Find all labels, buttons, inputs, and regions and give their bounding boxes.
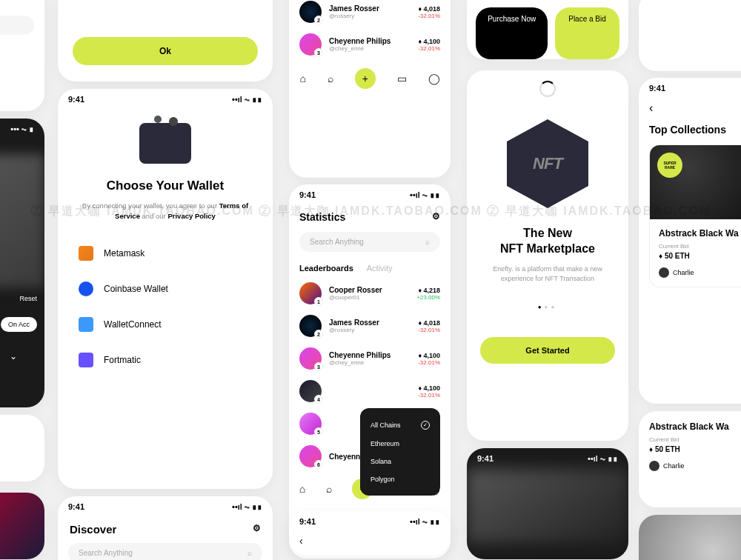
creator[interactable]: Charlie [649, 461, 685, 471]
onboarding-title: The NewNFT Marketplace [467, 226, 628, 257]
wallet-illustration [139, 123, 191, 164]
nft-price: ♦ 50 ETH [649, 445, 741, 453]
search-icon: ⌕ [425, 238, 430, 246]
avatar: 1 [299, 282, 322, 304]
collection-title: Collection [0, 0, 34, 7]
nft-card[interactable]: SUPERRARE Abstrack Black Wa Current Bid … [649, 144, 741, 287]
wallet-item-metamask[interactable]: Metamask [79, 236, 252, 271]
gradient-card [0, 493, 44, 559]
privacy-link[interactable]: Privacy Policy [167, 212, 215, 220]
wallet-item-walletconnect[interactable]: WalletConnect [79, 307, 252, 342]
dropdown-item[interactable]: Solana [370, 453, 430, 470]
avatar [649, 461, 659, 471]
nav-bar: ⌂ ⌕ + ▭ ◯ [289, 61, 451, 96]
dark-blur-card: 9:41••ıl ⏦ ▮▮ [467, 448, 628, 559]
search-input[interactable]: Search Anything⌕ [68, 543, 262, 560]
leader-row[interactable]: 2 James Rosser@rossery ♦ 4,018-32.01% [289, 0, 451, 28]
reset-link[interactable]: Reset [19, 295, 37, 302]
rare-badge: SUPERRARE [657, 153, 682, 178]
wave-card [639, 515, 741, 560]
filter-icon[interactable]: ⚙ [432, 211, 440, 223]
loader-icon [539, 81, 556, 97]
nft-hex-illustration: NFT [507, 119, 588, 208]
discover-screen: 9:41••ıl ⏦ ▮▮ Discover⚙ Search Anything⌕… [58, 496, 273, 560]
nav-profile-icon[interactable]: ◯ [428, 73, 440, 84]
wallet-item-coinbase[interactable]: Coinbase Wallet [79, 271, 252, 307]
avatar: 2 [299, 1, 322, 23]
filter-icon[interactable]: ⚙ [253, 523, 261, 536]
spinner-card [639, 0, 741, 71]
search-input[interactable]: Search Anything⌕ [299, 232, 440, 252]
avatar: 6 [299, 445, 322, 467]
wallet-item-fortmatic[interactable]: Fortmatic [79, 342, 252, 378]
nft-title: Abstrack Black Wa [649, 421, 741, 432]
avatar: 2 [299, 315, 322, 337]
avatar [659, 267, 669, 278]
search-icon: ⌕ [247, 549, 252, 557]
collection-input[interactable]: collection [0, 16, 34, 35]
coinbase-icon [79, 281, 93, 296]
purchase-card: Purchase Now Place a Bid [467, 0, 628, 59]
status-bar: 9:41••ıl ⏦ ▮▮ [58, 496, 273, 517]
back-arrow[interactable]: ‹ [289, 532, 451, 550]
ok-card: Ok [58, 0, 273, 81]
status-bar: 9:41••ıl ⏦ ▮▮ [58, 89, 273, 110]
bid-label: Current Bid [659, 243, 741, 250]
top-collections-title: Top Collections [639, 118, 741, 144]
blurred-content [0, 154, 44, 287]
status-bar: 9:41••ıl ⏦ ▮▮ [467, 448, 628, 469]
nft-card-2[interactable]: Abstrack Black Wa Current Bid ♦ 50 ETH C… [639, 411, 741, 507]
onboarding-screen: NFT The NewNFT Marketplace Enefty. is a … [467, 70, 628, 441]
leader-row[interactable]: 2 James Rosser@rossery ♦ 4,018-32.01% [289, 310, 451, 342]
leader-row[interactable]: 1 Cooper Rosser@cooper01 ♦ 4,218+23.00% [289, 277, 451, 310]
status-bar: ••• ⏦ ▮ [0, 119, 44, 139]
collections-screen: 9:41••ıl ⏦ ▮▮ ‹ Top Collections SUPERRAR… [639, 78, 741, 404]
wallet-title: Choose Your Wallet [58, 179, 273, 193]
onboarding-subtitle: Enefty. is a platform that make a new ex… [467, 257, 628, 292]
filter-dark-card: ••• ⏦ ▮ Reset ● New On Acc ⌄ ⌄ [0, 119, 44, 407]
purchase-button[interactable]: Purchase Now [476, 7, 548, 59]
status-bar: 9:41••ıl ⏦ ▮▮ [639, 78, 741, 99]
nav-home-icon[interactable]: ⌂ [299, 73, 305, 84]
statistics-screen: 9:41••ıl ⏦ ▮▮ Statistics ⚙ Search Anythi… [289, 184, 451, 559]
leader-row[interactable]: 4 ♦ 4,100-32.01% [289, 375, 451, 407]
creator[interactable]: Charlie [659, 267, 694, 278]
nav-home-icon[interactable]: ⌂ [299, 483, 305, 495]
leader-row[interactable]: 3 Cheyenne Philips@chey_enne ♦ 4,100-32.… [289, 28, 451, 61]
tab-leaderboards[interactable]: Leaderboards [299, 264, 353, 273]
nft-price: ♦ 50 ETH [659, 252, 741, 260]
nft-image: SUPERRARE [650, 145, 741, 219]
leader-row[interactable]: 3 Cheyenne Philips@chey_enne ♦ 4,100-32.… [289, 342, 451, 375]
bid-label: Current Bid [649, 436, 741, 443]
ok-button[interactable]: Ok [73, 37, 258, 65]
chip-onacc[interactable]: On Acc [1, 317, 37, 332]
avatar: 3 [299, 347, 322, 370]
peek-screen: 9:41••ıl ⏦ ▮▮ ‹ [289, 511, 451, 556]
chain-dropdown[interactable]: All Chains✓ Ethereum Solana Polygon [360, 408, 440, 496]
nav-search-icon[interactable]: ⌕ [326, 483, 332, 495]
dropdown-item[interactable]: Ethereum [370, 435, 430, 453]
nav-add-button[interactable]: + [355, 68, 376, 89]
apply-card: Apply [0, 415, 44, 481]
status-bar: 9:41••ıl ⏦ ▮▮ [289, 511, 451, 532]
status-bar: 9:41••ıl ⏦ ▮▮ [289, 184, 451, 205]
dropdown-item[interactable]: All Chains✓ [370, 416, 430, 435]
walletconnect-icon [79, 317, 93, 332]
wallet-subtitle: By connecting your wallet, you agree to … [58, 201, 273, 222]
nav-search-icon[interactable]: ⌕ [328, 73, 333, 84]
nav-stats-icon[interactable]: ▭ [397, 73, 407, 84]
get-started-button[interactable]: Get Started [480, 337, 615, 364]
avatar: 5 [299, 413, 322, 435]
discover-title: Discover⚙ [58, 517, 273, 543]
page-dots[interactable]: ●●● [467, 292, 628, 322]
avatar: 4 [299, 380, 322, 402]
wallet-list: Metamask Coinbase Wallet WalletConnect F… [58, 222, 273, 391]
tab-activity[interactable]: Activity [367, 264, 393, 273]
back-button[interactable]: ‹ [639, 99, 741, 118]
avatar: 3 [299, 33, 322, 56]
dropdown-item[interactable]: Polygon [370, 470, 430, 488]
check-icon: ✓ [421, 421, 430, 430]
chevron-down-icon[interactable]: ⌄ [10, 351, 17, 361]
bid-button[interactable]: Place a Bid [555, 7, 619, 59]
metamask-icon [79, 246, 93, 261]
